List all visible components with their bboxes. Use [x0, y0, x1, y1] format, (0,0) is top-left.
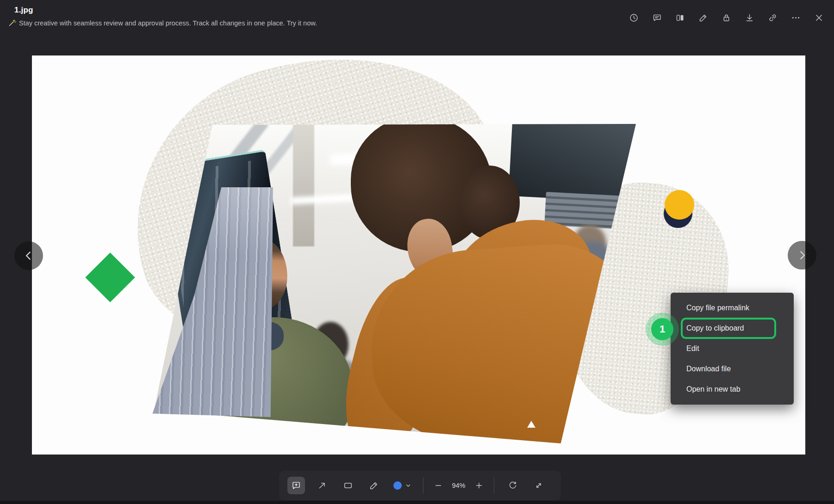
chevron-right-icon [796, 249, 808, 261]
file-preview-window: 1.jpg Stay creative with seamless review… [0, 0, 834, 504]
arrow-icon [317, 480, 327, 491]
download-icon [745, 13, 754, 23]
plus-icon [474, 481, 484, 490]
arrow-tool-button[interactable] [309, 471, 335, 500]
comment-plus-icon [291, 480, 301, 491]
lock-button[interactable] [721, 12, 731, 23]
add-comment-tool-button[interactable] [283, 471, 309, 500]
fullscreen-button[interactable] [526, 471, 552, 500]
marker-color-swatch [393, 481, 402, 490]
header-action-bar [629, 12, 824, 23]
green-diamond [85, 252, 135, 302]
menu-item-copy-to-clipboard[interactable]: Copy to clipboard [671, 318, 794, 338]
promo-text: Stay creative with seamless review and a… [19, 19, 317, 27]
close-icon [814, 13, 824, 23]
promo-banner: Stay creative with seamless review and a… [8, 19, 317, 27]
pencil-icon [369, 480, 379, 491]
chevron-left-icon [23, 250, 35, 262]
rectangle-tool-button[interactable] [335, 471, 361, 500]
file-name-title: 1.jpg [14, 6, 33, 15]
clock-icon [629, 13, 639, 23]
rotate-icon [508, 480, 518, 491]
more-options-button[interactable] [790, 12, 801, 23]
split-view-icon [675, 13, 685, 23]
compare-button[interactable] [675, 12, 685, 23]
menu-item-copy-file-permalink[interactable]: Copy file permalink [671, 298, 794, 318]
rotate-button[interactable] [500, 471, 526, 500]
comments-button[interactable] [652, 12, 662, 23]
annotate-button[interactable] [698, 12, 708, 23]
step-badge: 1 [651, 318, 673, 340]
context-menu: Copy file permalink Copy to clipboard Ed… [671, 293, 794, 405]
zoom-out-button[interactable] [429, 471, 448, 500]
toolbar-divider [494, 477, 494, 494]
next-file-button[interactable] [788, 241, 816, 270]
menu-item-download-file[interactable]: Download file [671, 359, 794, 379]
active-tool-highlight [287, 477, 305, 494]
toolbar-divider [423, 477, 423, 494]
lock-icon [722, 13, 731, 23]
comment-icon [652, 13, 662, 23]
zoom-level-label: 94% [448, 482, 470, 489]
download-button[interactable] [744, 12, 754, 23]
close-button[interactable] [814, 12, 824, 23]
pencil-icon [698, 13, 708, 23]
menu-item-edit[interactable]: Edit [671, 338, 794, 359]
menu-item-open-in-new-tab[interactable]: Open in new tab [671, 379, 794, 400]
rectangle-icon [343, 480, 353, 491]
white-triangle-marker [527, 421, 535, 428]
minus-icon [434, 481, 443, 490]
chevron-down-icon [405, 482, 411, 489]
copy-link-button[interactable] [767, 12, 778, 23]
ellipsis-icon [791, 13, 801, 23]
previous-file-button[interactable] [14, 241, 43, 270]
yellow-circle [665, 190, 694, 220]
window-bottom-edge [0, 501, 834, 504]
color-picker-button[interactable] [387, 471, 417, 500]
version-history-button[interactable] [629, 12, 639, 23]
magic-wand-icon [8, 19, 16, 27]
viewer-toolbar: 94% [279, 471, 561, 500]
draw-tool-button[interactable] [361, 471, 387, 500]
expand-icon [534, 480, 544, 491]
zoom-in-button[interactable] [470, 471, 488, 500]
link-icon [768, 13, 778, 23]
